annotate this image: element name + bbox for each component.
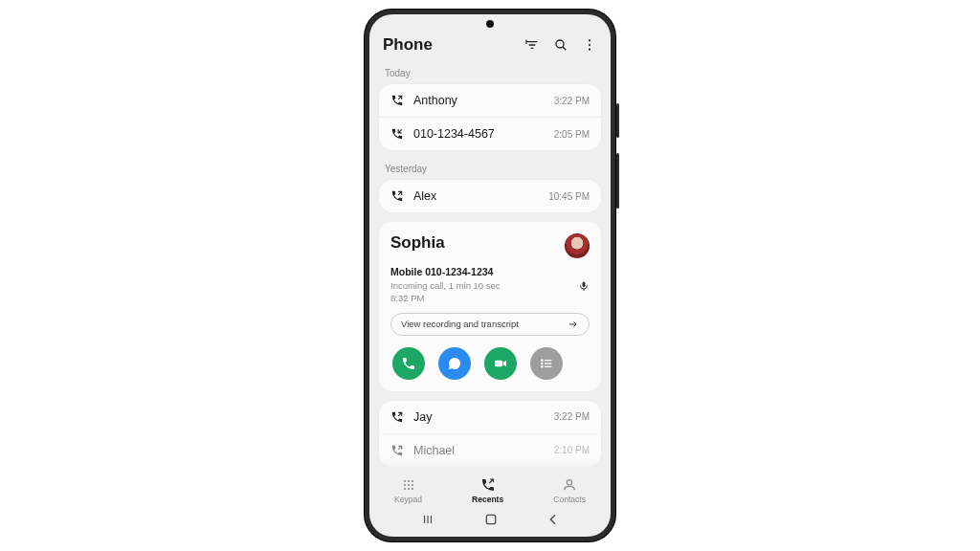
svg-point-30	[403, 488, 405, 490]
svg-rect-14	[495, 360, 502, 366]
svg-rect-37	[486, 515, 495, 523]
recents-icon	[480, 477, 496, 493]
call-time: 2:10 PM	[554, 445, 590, 455]
svg-point-25	[407, 480, 409, 482]
tab-label: Keypad	[394, 495, 422, 504]
call-name: Anthony	[413, 94, 545, 107]
tab-label: Recents	[472, 495, 503, 504]
tab-label: Contacts	[553, 495, 586, 504]
camera-cutout	[486, 20, 494, 28]
keypad-icon	[401, 477, 416, 493]
svg-point-31	[407, 488, 409, 490]
svg-point-32	[411, 488, 412, 490]
call-row[interactable]: Jay 3:22 PM	[379, 401, 601, 433]
svg-point-18	[542, 363, 543, 364]
svg-point-3	[556, 40, 564, 48]
call-time: 2:05 PM	[554, 129, 590, 140]
call-time: 3:22 PM	[554, 96, 590, 106]
call-name: Jay	[413, 410, 545, 424]
outgoing-call-icon	[390, 444, 404, 457]
call-name: Alex	[413, 189, 539, 203]
svg-marker-15	[503, 360, 506, 366]
section-label-today: Today	[379, 64, 601, 84]
outgoing-call-icon	[390, 189, 404, 203]
svg-rect-11	[583, 282, 586, 288]
call-time: 3:22 PM	[554, 411, 590, 422]
section-label-yesterday: Yesterday	[379, 160, 601, 180]
detail-name: Sophia	[390, 233, 445, 253]
detail-time: 8:32 PM	[390, 292, 501, 304]
video-call-button[interactable]	[484, 347, 517, 380]
scroll-fade	[369, 458, 611, 472]
more-icon[interactable]	[582, 37, 597, 53]
filter-icon[interactable]	[524, 37, 540, 53]
page-title: Phone	[383, 35, 433, 55]
view-recording-button[interactable]: View recording and transcript	[390, 313, 590, 336]
contacts-icon	[562, 477, 577, 493]
svg-point-27	[403, 484, 405, 486]
call-time: 10:45 PM	[548, 191, 590, 202]
svg-point-26	[411, 480, 412, 482]
nav-recents-icon[interactable]	[419, 513, 436, 526]
call-row[interactable]: 010-1234-4567 2:05 PM	[379, 117, 601, 150]
detail-meta: Incoming call, 1 min 10 sec	[390, 279, 501, 292]
svg-point-28	[407, 484, 409, 486]
tab-contacts[interactable]: Contacts	[553, 477, 586, 504]
incoming-call-icon	[390, 127, 404, 141]
call-name: 010-1234-4567	[413, 127, 545, 141]
svg-point-5	[589, 39, 590, 41]
svg-point-16	[542, 360, 543, 361]
search-icon[interactable]	[553, 37, 568, 53]
svg-point-29	[411, 484, 412, 486]
call-detail-card: Sophia Mobile 010-1234-1234 Incoming cal…	[379, 222, 601, 391]
outgoing-call-icon	[390, 94, 404, 107]
nav-back-icon[interactable]	[546, 512, 561, 527]
tab-keypad[interactable]: Keypad	[394, 477, 422, 504]
avatar[interactable]	[565, 233, 590, 258]
section-card: Alex 10:45 PM	[379, 180, 601, 212]
call-row[interactable]: Alex 10:45 PM	[379, 180, 601, 212]
arrow-right-icon	[568, 319, 579, 330]
mic-icon	[578, 280, 590, 292]
svg-point-20	[542, 365, 543, 366]
bottom-tabs: Keypad Recents Contacts	[369, 472, 611, 506]
svg-point-24	[403, 480, 405, 482]
detail-number: Mobile 010-1234-1234	[390, 266, 590, 277]
outgoing-call-icon	[390, 410, 404, 424]
call-name: Michael	[413, 444, 545, 457]
phone-frame: Phone Today Anthony 3:22 P	[365, 10, 615, 541]
svg-point-6	[589, 44, 590, 46]
call-log[interactable]: Today Anthony 3:22 PM 010-1234-4567 2:05…	[369, 64, 611, 472]
tab-recents[interactable]: Recents	[472, 477, 503, 504]
call-button[interactable]	[392, 347, 425, 380]
nav-home-icon[interactable]	[483, 512, 499, 527]
svg-point-33	[567, 480, 571, 485]
screen: Phone Today Anthony 3:22 P	[369, 14, 611, 537]
system-nav	[369, 506, 611, 537]
message-button[interactable]	[438, 347, 471, 380]
pill-label: View recording and transcript	[401, 319, 519, 329]
svg-line-4	[563, 47, 566, 50]
section-card: Anthony 3:22 PM 010-1234-4567 2:05 PM	[379, 84, 601, 150]
call-row[interactable]: Anthony 3:22 PM	[379, 84, 601, 117]
svg-point-7	[589, 49, 590, 51]
details-button[interactable]	[530, 347, 563, 380]
section-card: Jay 3:22 PM Michael 2:10 PM	[379, 401, 601, 467]
